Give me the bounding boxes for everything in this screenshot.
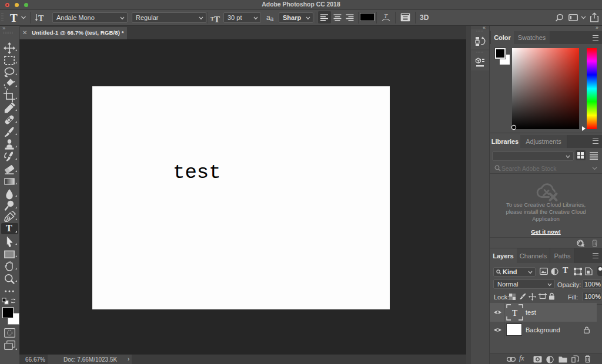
svg-text:T: T [384,13,388,19]
svg-text:T: T [512,308,517,318]
svg-text:T: T [38,14,44,23]
